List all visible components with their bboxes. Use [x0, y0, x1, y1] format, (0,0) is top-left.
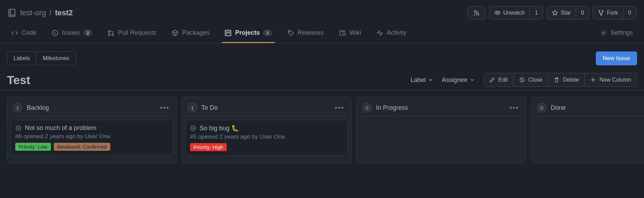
svg-point-4 — [602, 10, 603, 11]
column-count: 1 — [188, 103, 197, 113]
labels-link[interactable]: Labels — [7, 52, 36, 65]
tab-releases[interactable]: Releases — [285, 25, 327, 43]
issue-meta: #6 opened 2 years ago by User One — [15, 133, 168, 140]
column-header: 1To Do••• — [185, 101, 348, 116]
tab-label: Issues — [62, 29, 80, 36]
plus-icon — [590, 77, 596, 83]
tab-label: Packages — [182, 29, 209, 36]
watch-button-group: Unwatch 1 — [489, 6, 543, 19]
button-label: New Column — [599, 77, 631, 83]
issue-open-icon — [15, 125, 21, 131]
issue-title: So big bug 🐛 — [200, 124, 239, 132]
issue-label[interactable]: Priority: High — [190, 143, 227, 151]
milestones-link[interactable]: Milestones — [36, 52, 75, 65]
issue-title: Not so much of a problem — [25, 124, 96, 132]
column-header: 0Done — [535, 101, 644, 116]
issues-subnav: Labels Milestones — [7, 51, 76, 65]
fork-button[interactable]: Fork — [593, 7, 623, 19]
dropdown-label: Assignee — [442, 76, 468, 84]
column-title: Backlog — [27, 104, 155, 112]
rss-button[interactable] — [468, 6, 486, 19]
project-board: 1Backlog•••Not so much of a problem#6 op… — [0, 91, 644, 169]
column-title: Done — [551, 104, 644, 112]
svg-point-9 — [108, 34, 110, 35]
svg-point-12 — [289, 31, 290, 32]
svg-point-8 — [108, 30, 110, 32]
org-link[interactable]: test-org — [20, 8, 46, 17]
repo-icon — [8, 8, 17, 17]
column-count: 0 — [537, 103, 547, 113]
filter-assignee-dropdown[interactable]: Assignee — [442, 76, 474, 84]
column-menu-button[interactable]: ••• — [508, 104, 520, 112]
column-done[interactable]: 0Done — [531, 97, 644, 163]
column-menu-button[interactable]: ••• — [159, 104, 171, 112]
tab-label: Settings — [610, 29, 633, 36]
new-issue-button[interactable]: New Issue — [596, 51, 637, 65]
issue-meta: #5 opened 2 years ago by User One — [190, 133, 343, 140]
trash-icon — [554, 77, 559, 83]
tab-label: Releases — [298, 29, 324, 36]
unwatch-button[interactable]: Unwatch — [489, 7, 530, 19]
edit-button[interactable]: Edit — [484, 73, 514, 86]
fork-count[interactable]: 0 — [623, 7, 636, 19]
issues-count-badge: 2 — [84, 30, 92, 36]
button-label: Close — [528, 77, 542, 83]
issue-open-icon — [190, 125, 196, 131]
fork-button-group: Fork 0 — [593, 6, 636, 19]
path-separator: / — [50, 8, 52, 17]
issue-labels: Priority: High — [190, 143, 343, 151]
watch-count[interactable]: 1 — [530, 7, 543, 19]
column-in-progress[interactable]: 0In Progress••• — [356, 97, 526, 163]
svg-point-5 — [600, 14, 601, 15]
tab-label: Activity — [387, 29, 407, 36]
issue-label[interactable]: Reviewed: Confirmed — [54, 143, 110, 151]
chevron-down-icon — [429, 78, 432, 82]
issue-labels: Priority: LowReviewed: Confirmed — [15, 143, 168, 151]
tab-code[interactable]: Code — [8, 25, 39, 43]
column-count: 0 — [362, 103, 372, 113]
column-count: 1 — [13, 103, 23, 113]
chevron-down-icon — [470, 78, 474, 82]
button-label: Edit — [498, 77, 508, 83]
issue-card[interactable]: So big bug 🐛#5 opened 2 years ago by Use… — [185, 120, 348, 156]
star-count[interactable]: 0 — [576, 7, 589, 19]
tab-activity[interactable]: Activity — [374, 25, 409, 43]
repo-tabs: Code Issues 2 Pull Requests Packages Pro… — [0, 22, 644, 43]
column-header: 1Backlog••• — [11, 101, 173, 116]
repo-link[interactable]: test2 — [55, 8, 73, 17]
tab-label: Wiki — [349, 29, 361, 36]
svg-point-7 — [54, 32, 56, 34]
delete-button[interactable]: Delete — [548, 73, 584, 86]
column-backlog[interactable]: 1Backlog•••Not so much of a problem#6 op… — [7, 97, 177, 163]
projects-count-badge: 1 — [263, 30, 272, 36]
tab-label: Pull Requests — [118, 29, 156, 36]
tab-pulls[interactable]: Pull Requests — [105, 25, 159, 43]
svg-point-2 — [496, 12, 498, 14]
issue-label[interactable]: Priority: Low — [15, 143, 51, 151]
breadcrumb: test-org / test2 — [8, 8, 73, 17]
issue-card[interactable]: Not so much of a problem#6 opened 2 year… — [11, 120, 173, 155]
star-button-group: Star 0 — [547, 6, 589, 19]
new-column-button[interactable]: New Column — [584, 73, 637, 86]
column-title: In Progress — [376, 104, 504, 112]
svg-point-18 — [192, 127, 194, 129]
column-menu-button[interactable]: ••• — [333, 104, 346, 112]
button-label: Delete — [563, 77, 579, 83]
column-header: 0In Progress••• — [360, 101, 522, 116]
tab-wiki[interactable]: Wiki — [336, 25, 364, 43]
star-label: Star — [561, 10, 571, 16]
svg-point-3 — [599, 10, 600, 11]
tab-issues[interactable]: Issues 2 — [49, 25, 95, 43]
tab-settings[interactable]: Settings — [597, 25, 636, 43]
column-todo[interactable]: 1To Do•••So big bug 🐛#5 opened 2 years a… — [182, 97, 351, 163]
close-button[interactable]: Close — [513, 73, 548, 86]
tab-label: Code — [21, 29, 36, 36]
project-action-group: Edit Close Delete New Column — [484, 73, 637, 87]
fork-label: Fork — [607, 10, 618, 16]
tab-packages[interactable]: Packages — [169, 25, 212, 43]
tab-projects[interactable]: Projects 1 — [222, 25, 275, 43]
filter-label-dropdown[interactable]: Label — [411, 76, 432, 84]
project-title: Test — [7, 73, 30, 87]
star-button[interactable]: Star — [547, 7, 576, 19]
pencil-icon — [489, 77, 495, 83]
